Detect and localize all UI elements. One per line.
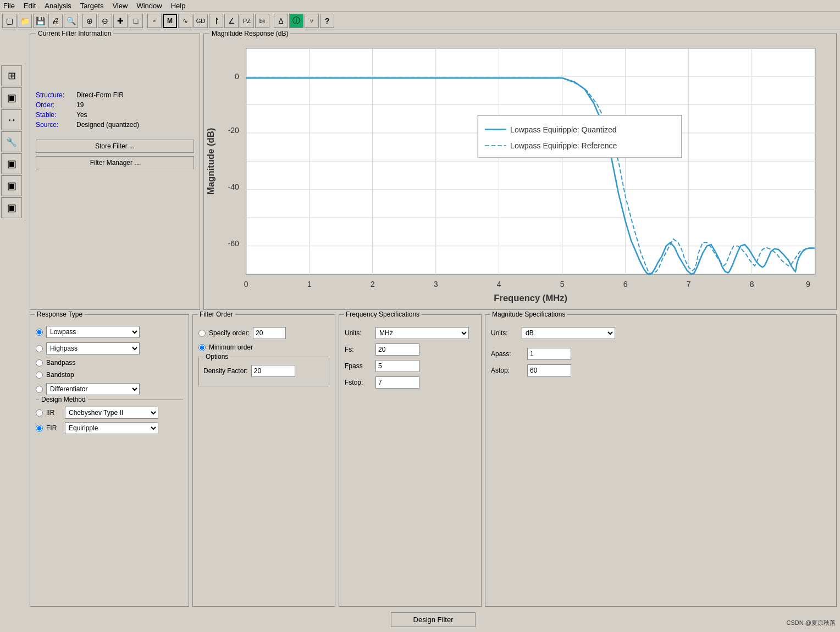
apass-label: Apass: (491, 350, 524, 358)
svg-text:Lowpass Equiripple: Quantized: Lowpass Equiripple: Quantized (510, 125, 617, 134)
options-panel: Options Density Factor: (198, 357, 329, 386)
minimum-order-radio[interactable] (198, 344, 206, 351)
top-section: Current Filter Information Structure: Di… (26, 30, 840, 312)
svg-text:0: 0 (235, 72, 239, 81)
menu-file[interactable]: File (3, 2, 15, 10)
ltb-select[interactable]: ▣ (1, 87, 22, 108)
menu-help[interactable]: Help (171, 2, 186, 10)
tb-filter-info[interactable]: ⓘ (289, 14, 303, 28)
ltb-tool7[interactable]: ▣ (1, 197, 22, 218)
filter-order-title: Filter Order (197, 311, 235, 318)
store-filter-button[interactable]: Store Filter ... (36, 140, 194, 153)
tb-plot-poles[interactable]: PZ (240, 14, 254, 28)
tb-plot-coeff[interactable]: bk (255, 14, 269, 28)
tb-save[interactable]: 💾 (33, 14, 47, 28)
bandpass-radio[interactable] (36, 359, 43, 367)
svg-text:9: 9 (806, 280, 810, 289)
fs-label: Fs: (345, 346, 372, 353)
tb-open[interactable]: 📁 (18, 14, 32, 28)
ltb-tool5[interactable]: ▣ (1, 153, 22, 174)
fpass-input[interactable] (375, 360, 419, 372)
svg-text:-60: -60 (228, 239, 239, 248)
density-factor-label: Density Factor: (203, 367, 248, 375)
ltb-arrows[interactable]: ↔ (1, 109, 22, 130)
frequency-specs-panel: Frequency Specifications Units: MHz kHz … (339, 314, 482, 607)
tb-plot-phase[interactable]: ∿ (178, 14, 192, 28)
astop-input[interactable] (527, 364, 571, 376)
svg-text:0: 0 (244, 280, 248, 289)
svg-text:7: 7 (687, 280, 691, 289)
fs-input[interactable] (375, 343, 419, 356)
ltb-grid[interactable]: ⊞ (1, 65, 22, 86)
tb-zoom-cursor[interactable]: ✚ (113, 14, 128, 28)
watermark: CSDN @夏凉秋落 (787, 619, 836, 627)
differentiator-select[interactable]: Differentiator (46, 383, 140, 395)
mag-specs-title: Magnitude Specifications (490, 311, 567, 318)
fi-order-value: 19 (76, 101, 84, 109)
menu-bar: File Edit Analysis Targets View Window H… (0, 0, 840, 12)
tb-fullscreen[interactable]: □ (129, 14, 143, 28)
tb-plot-mag[interactable]: M (163, 14, 177, 28)
tb-quantize[interactable]: ∆ (274, 14, 288, 28)
iir-select[interactable]: Chebyshev Type II Chebyshev Type I Butte… (65, 407, 158, 419)
svg-text:8: 8 (750, 280, 754, 289)
tb-print[interactable]: 🖨 (48, 14, 63, 28)
lowpass-radio[interactable] (36, 329, 43, 336)
tb-zoom-out[interactable]: ⊖ (98, 14, 112, 28)
differentiator-radio[interactable] (36, 386, 43, 393)
lowpass-select[interactable]: Lowpass Highpass (46, 326, 140, 338)
filter-manager-button[interactable]: Filter Manager ... (36, 156, 194, 169)
tb-export[interactable]: ▿ (305, 14, 319, 28)
apass-input[interactable] (527, 348, 571, 360)
fir-radio[interactable] (36, 425, 43, 432)
highpass-radio[interactable] (36, 345, 43, 352)
bandstop-label: Bandstop (46, 371, 74, 379)
svg-text:Frequency (MHz): Frequency (MHz) (494, 293, 567, 303)
bandpass-label: Bandpass (46, 359, 75, 367)
menu-edit[interactable]: Edit (24, 2, 36, 10)
svg-text:Magnitude (dB): Magnitude (dB) (206, 128, 216, 195)
menu-analysis[interactable]: Analysis (45, 2, 71, 10)
design-filter-button[interactable]: Design Filter (391, 612, 476, 627)
specify-order-radio[interactable] (198, 330, 206, 337)
highpass-select[interactable]: Highpass Lowpass (46, 342, 140, 354)
iir-radio[interactable] (36, 409, 43, 417)
menu-view[interactable]: View (112, 2, 128, 10)
astop-label: Astop: (491, 367, 524, 374)
fi-structure-value: Direct-Form FIR (76, 91, 124, 99)
menu-targets[interactable]: Targets (80, 2, 104, 10)
tb-plot-imp[interactable]: ↾ (209, 14, 223, 28)
tb-help[interactable]: ? (320, 14, 334, 28)
design-filter-row: Design Filter (26, 609, 840, 629)
fir-label: FIR (46, 424, 62, 432)
ltb-tool6[interactable]: ▣ (1, 175, 22, 196)
bottom-section: Response Type Lowpass Highpass Highpass … (26, 312, 840, 609)
freq-units-select[interactable]: MHz kHz Hz Normalized (375, 327, 469, 339)
fi-source-label: Source: (36, 121, 74, 129)
tb-new[interactable]: ▢ (2, 14, 16, 28)
freq-specs-title: Frequency Specifications (344, 311, 422, 318)
fi-stable-label: Stable: (36, 111, 74, 119)
fi-order-label: Order: (36, 101, 74, 109)
svg-text:-20: -20 (228, 126, 239, 135)
mag-units-select[interactable]: dB Linear (522, 327, 615, 339)
tb-plot-step[interactable]: ∠ (224, 14, 239, 28)
specify-order-input[interactable] (253, 327, 286, 339)
left-toolbar: ⊞ ▣ ↔ 🔧 ▣ ▣ ▣ (0, 63, 25, 220)
bandstop-radio[interactable] (36, 372, 43, 379)
menu-window[interactable]: Window (136, 2, 162, 10)
svg-text:1: 1 (307, 280, 312, 289)
minimum-order-label: Minimum order (209, 343, 253, 351)
tb-rect[interactable]: ▫ (147, 14, 162, 28)
fi-stable-value: Yes (76, 111, 87, 119)
fir-select[interactable]: Equiripple Least-squares Window (65, 422, 158, 434)
tb-plot-grpd[interactable]: GD (194, 14, 208, 28)
svg-rect-32 (478, 115, 682, 158)
density-factor-input[interactable] (251, 365, 295, 377)
svg-text:4: 4 (497, 280, 501, 289)
tb-zoom-in[interactable]: ⊕ (82, 14, 97, 28)
magnitude-specs-panel: Magnitude Specifications Units: dB Linea… (485, 314, 837, 607)
fstop-input[interactable] (375, 376, 419, 389)
tb-zoom-fit[interactable]: 🔍 (64, 14, 78, 28)
ltb-tool4[interactable]: 🔧 (1, 131, 22, 152)
